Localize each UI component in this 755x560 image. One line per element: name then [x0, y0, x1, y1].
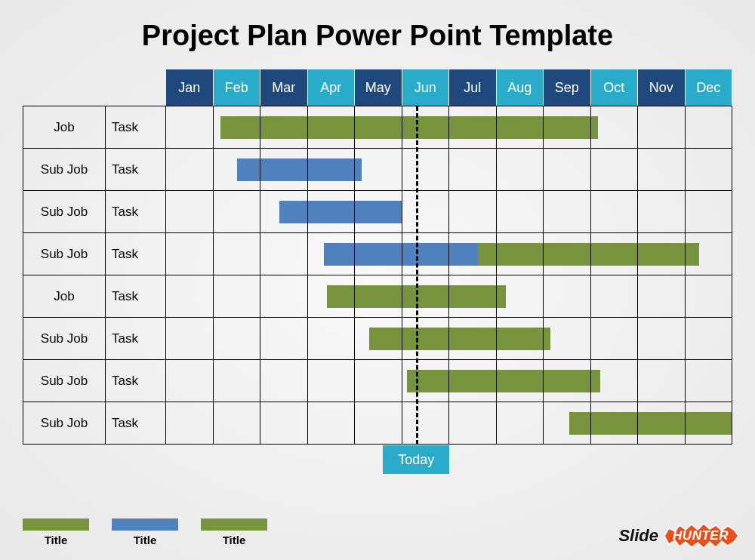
- grid-cell: [497, 233, 544, 275]
- grid-cell: [591, 318, 639, 360]
- grid-cell: [497, 191, 544, 233]
- job-label: Sub Job: [23, 191, 106, 233]
- gantt-row: JobTask: [23, 275, 732, 318]
- gantt-row: Sub JobTask: [23, 233, 732, 275]
- grid-cell: [591, 360, 639, 402]
- grid-cell: [260, 233, 308, 275]
- grid-cell: [166, 360, 214, 402]
- task-label: Task: [106, 106, 166, 149]
- today-label: Today: [383, 445, 449, 474]
- gantt-row: Sub JobTask: [23, 402, 732, 445]
- grid-cell: [591, 275, 639, 318]
- grid-cell: [214, 360, 261, 402]
- grid-cell: [166, 149, 214, 191]
- grid-cell: [544, 402, 591, 445]
- grid-cell: [449, 233, 497, 275]
- brand-slide-text: Slide: [618, 526, 658, 546]
- legend-swatch: [23, 518, 89, 531]
- grid-cell: [260, 402, 308, 445]
- grid-cell: [686, 149, 733, 191]
- legend-item: Title: [201, 518, 267, 546]
- grid-cell: [402, 360, 450, 402]
- grid-cell: [355, 275, 402, 318]
- grid-cell: [638, 318, 686, 360]
- month-header-cell: Apr: [308, 69, 356, 106]
- grid-cell: [544, 233, 591, 275]
- job-label: Sub Job: [23, 318, 106, 360]
- grid-cell: [260, 106, 308, 149]
- grid-cell: [402, 318, 450, 360]
- grid-cell: [591, 191, 639, 233]
- grid-cell: [214, 191, 261, 233]
- grid-cell: [638, 233, 686, 275]
- grid-cell: [308, 233, 356, 275]
- grid-cell: [260, 191, 308, 233]
- gantt-row: JobTask: [23, 106, 732, 149]
- month-header-row: JanFebMarAprMayJunJulAugSepOctNovDec: [166, 69, 732, 106]
- task-label: Task: [106, 191, 166, 233]
- month-header-cell: Mar: [260, 69, 308, 106]
- month-header-cell: May: [355, 69, 402, 106]
- grid-cell: [308, 275, 356, 318]
- grid-cell: [591, 233, 639, 275]
- grid-cell: [686, 275, 733, 318]
- legend-label: Title: [134, 534, 157, 546]
- grid-cell: [638, 275, 686, 318]
- grid-cell: [497, 360, 544, 402]
- legend-swatch: [201, 518, 267, 531]
- grid-cell: [402, 233, 450, 275]
- grid-cell: [260, 275, 308, 318]
- grid-cell: [402, 191, 450, 233]
- month-header-cell: Sep: [544, 69, 591, 106]
- grid-cell: [497, 318, 544, 360]
- grid-cell: [260, 318, 308, 360]
- brand-hunter-text: HUNTER: [673, 528, 729, 543]
- month-header-cell: Dec: [686, 69, 733, 106]
- grid-cell: [638, 106, 686, 149]
- grid-cell: [308, 191, 356, 233]
- grid-cell: [355, 106, 402, 149]
- grid-cell: [355, 360, 402, 402]
- grid-cell: [355, 191, 402, 233]
- grid-cell: [214, 149, 261, 191]
- task-label: Task: [106, 233, 166, 275]
- grid-cell: [214, 402, 261, 445]
- grid-cell: [402, 402, 450, 445]
- grid-cell: [260, 360, 308, 402]
- grid-cell: [686, 360, 733, 402]
- task-label: Task: [106, 149, 166, 191]
- grid-cell: [638, 149, 686, 191]
- grid-cell: [449, 275, 497, 318]
- grid-cell: [591, 402, 639, 445]
- legend-label: Title: [45, 534, 68, 546]
- grid-cell: [686, 402, 733, 445]
- grid-cell: [166, 275, 214, 318]
- grid-cell: [166, 191, 214, 233]
- legend-item: Title: [23, 518, 89, 546]
- grid-cell: [166, 402, 214, 445]
- slide-title: Project Plan Power Point Template: [0, 0, 755, 60]
- month-header-cell: Aug: [497, 69, 544, 106]
- month-header-cell: Nov: [638, 69, 686, 106]
- grid-cell: [591, 106, 639, 149]
- grid-cell: [214, 233, 261, 275]
- grid-cell: [544, 106, 591, 149]
- legend-label: Title: [223, 534, 246, 546]
- grid-cell: [260, 149, 308, 191]
- grid-cell: [638, 191, 686, 233]
- grid-cell: [544, 275, 591, 318]
- grid-cell: [449, 106, 497, 149]
- grid-cell: [166, 233, 214, 275]
- grid-cell: [544, 318, 591, 360]
- legend-swatch: [112, 518, 178, 531]
- grid-cell: [544, 191, 591, 233]
- grid-cell: [308, 402, 356, 445]
- job-label: Job: [23, 106, 106, 149]
- gantt-chart: JanFebMarAprMayJunJulAugSepOctNovDec Job…: [23, 69, 732, 445]
- legend-item: Title: [112, 518, 178, 546]
- month-header-cell: Jan: [166, 69, 214, 106]
- month-header-cell: Oct: [591, 69, 639, 106]
- grid-cell: [308, 360, 356, 402]
- brand-logo: Slide HUNTER: [618, 522, 741, 549]
- grid-cell: [686, 191, 733, 233]
